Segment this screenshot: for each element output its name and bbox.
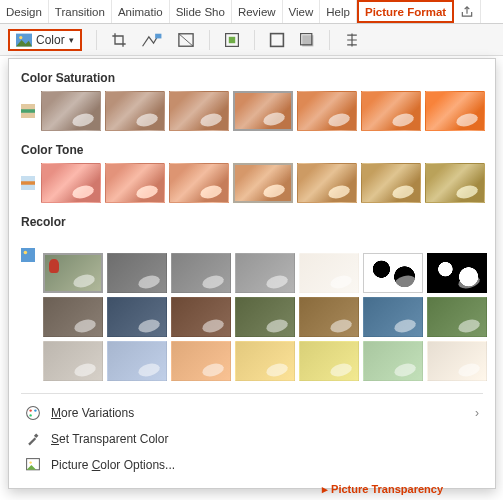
ribbon-tabstrip: Design Transition Animatio Slide Sho Rev… <box>0 0 503 24</box>
dropdown-menu-items: More Variations › Set Transparent Color … <box>21 393 483 478</box>
svg-rect-12 <box>21 181 35 185</box>
share-icon <box>460 5 474 19</box>
transparency-icon[interactable] <box>177 32 195 48</box>
ribbon-toolbar: Color ▾ <box>0 24 503 56</box>
svg-rect-10 <box>21 109 35 113</box>
recolor-swatch[interactable] <box>299 341 359 381</box>
tone-row <box>21 163 483 203</box>
tab-animations[interactable]: Animatio <box>112 0 170 23</box>
color-button[interactable]: Color ▾ <box>8 29 82 51</box>
chevron-down-icon: ▾ <box>69 35 74 45</box>
tone-swatch[interactable] <box>169 163 229 203</box>
svg-rect-19 <box>34 434 39 439</box>
saturation-row-icon <box>21 95 35 127</box>
svg-rect-6 <box>270 33 283 46</box>
picture-border-icon[interactable] <box>269 32 285 48</box>
chevron-right-icon: › <box>475 406 479 420</box>
recolor-swatch[interactable] <box>171 253 231 293</box>
recolor-swatch[interactable] <box>107 297 167 337</box>
picture-color-options-label: Picture Color Options... <box>51 458 479 472</box>
tone-swatch[interactable] <box>105 163 165 203</box>
svg-point-16 <box>29 409 31 411</box>
recolor-swatch[interactable] <box>171 297 231 337</box>
recolor-swatch[interactable] <box>363 253 423 293</box>
more-variations-item[interactable]: More Variations › <box>21 400 483 426</box>
tone-row-icon <box>21 167 35 199</box>
saturation-swatch[interactable] <box>105 91 165 131</box>
recolor-swatch[interactable] <box>107 253 167 293</box>
svg-rect-5 <box>228 36 234 42</box>
recolor-swatch[interactable] <box>299 253 359 293</box>
recolor-swatch[interactable] <box>235 253 295 293</box>
recolor-swatch[interactable] <box>43 253 103 293</box>
saturation-swatch[interactable] <box>297 91 357 131</box>
picture-effects-icon[interactable] <box>299 32 315 48</box>
recolor-swatch[interactable] <box>427 341 487 381</box>
recolor-heading: Recolor <box>21 215 483 229</box>
tab-slideshow[interactable]: Slide Sho <box>170 0 232 23</box>
svg-rect-13 <box>21 248 35 262</box>
tab-picture-format[interactable]: Picture Format <box>357 0 454 23</box>
picture-transparency-label[interactable]: Picture Transparency <box>322 483 443 496</box>
tone-swatch[interactable] <box>41 163 101 203</box>
svg-point-18 <box>29 414 31 416</box>
tone-swatch[interactable] <box>233 163 293 203</box>
recolor-grid <box>43 253 483 381</box>
svg-point-21 <box>29 461 31 463</box>
separator <box>209 30 210 50</box>
saturation-heading: Color Saturation <box>21 71 483 85</box>
options-icon <box>25 457 41 473</box>
recolor-swatch[interactable] <box>235 341 295 381</box>
svg-rect-2 <box>155 33 161 38</box>
svg-point-14 <box>24 251 28 255</box>
tone-swatch[interactable] <box>425 163 485 203</box>
share-button[interactable] <box>454 0 481 23</box>
tab-transitions[interactable]: Transition <box>49 0 112 23</box>
recolor-swatch[interactable] <box>299 297 359 337</box>
set-transparent-item[interactable]: Set Transparent Color <box>21 426 483 452</box>
tone-swatch[interactable] <box>361 163 421 203</box>
recolor-swatch[interactable] <box>427 297 487 337</box>
picture-color-options-item[interactable]: Picture Color Options... <box>21 452 483 478</box>
color-dropdown: Color Saturation Color Tone Recolor More… <box>8 58 496 489</box>
set-transparent-label: Set Transparent Color <box>51 432 479 446</box>
tone-swatch[interactable] <box>297 163 357 203</box>
saturation-swatch[interactable] <box>361 91 421 131</box>
svg-point-17 <box>34 409 36 411</box>
recolor-swatch[interactable] <box>107 341 167 381</box>
tab-review[interactable]: Review <box>232 0 283 23</box>
saturation-swatch[interactable] <box>233 91 293 131</box>
align-icon[interactable] <box>344 32 360 48</box>
eyedropper-icon <box>25 431 41 447</box>
compress-icon[interactable] <box>224 32 240 48</box>
separator <box>254 30 255 50</box>
saturation-row <box>21 91 483 131</box>
tab-view[interactable]: View <box>283 0 321 23</box>
recolor-swatch[interactable] <box>43 297 103 337</box>
saturation-swatch[interactable] <box>169 91 229 131</box>
tab-design[interactable]: Design <box>0 0 49 23</box>
recolor-swatch[interactable] <box>171 341 231 381</box>
recolor-swatch[interactable] <box>235 297 295 337</box>
palette-icon <box>25 405 41 421</box>
picture-icon <box>16 33 32 47</box>
recolor-swatch[interactable] <box>363 297 423 337</box>
svg-point-15 <box>27 407 40 420</box>
saturation-swatch[interactable] <box>41 91 101 131</box>
recolor-swatch[interactable] <box>363 341 423 381</box>
recolor-row-icon <box>21 239 37 271</box>
separator <box>96 30 97 50</box>
tone-heading: Color Tone <box>21 143 483 157</box>
more-variations-label: More Variations <box>51 406 465 420</box>
saturation-swatch[interactable] <box>425 91 485 131</box>
crop-icon[interactable] <box>111 32 127 48</box>
recolor-swatch[interactable] <box>43 341 103 381</box>
recolor-swatch[interactable] <box>427 253 487 293</box>
svg-point-1 <box>19 36 22 39</box>
artistic-effects-icon[interactable] <box>141 32 163 48</box>
tab-help[interactable]: Help <box>320 0 357 23</box>
color-button-label: Color <box>36 33 65 47</box>
separator <box>329 30 330 50</box>
